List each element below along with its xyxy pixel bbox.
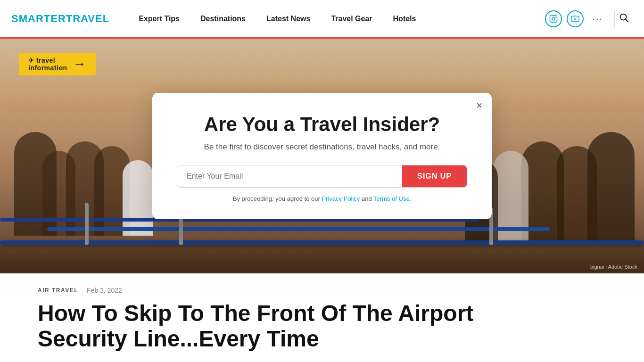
modal-close-button[interactable]: × <box>476 100 482 111</box>
youtube-icon[interactable] <box>567 10 584 27</box>
email-signup-row: SIGN UP <box>177 165 467 188</box>
modal-subtitle: Be the first to discover secret destinat… <box>177 142 467 152</box>
article-title-line1: How To Skip To The Front Of The Airport <box>38 301 473 326</box>
hero-section: ✈ travelinformation → bignai | Adobe Sto… <box>0 39 644 273</box>
email-input[interactable] <box>177 165 402 187</box>
privacy-policy-link[interactable]: Privacy Policy <box>322 195 360 202</box>
svg-marker-3 <box>575 17 577 20</box>
nav-latest-news[interactable]: Latest News <box>256 0 321 38</box>
logo-travel: TRAVEL <box>66 13 109 25</box>
svg-point-2 <box>555 16 556 17</box>
newsletter-modal: × Are You a Travel Insider? Be the first… <box>152 93 492 219</box>
and-word: and <box>362 195 372 202</box>
modal-footer: By proceeding, you agree to our Privacy … <box>177 195 467 202</box>
signup-button[interactable]: SIGN UP <box>402 165 467 187</box>
modal-backdrop: × Are You a Travel Insider? Be the first… <box>0 39 644 273</box>
site-header: SMARTERTRAVEL Expert Tips Destinations L… <box>0 0 644 39</box>
article-category[interactable]: AIR TRAVEL <box>38 287 78 294</box>
article-title: How To Skip To The Front Of The Airport … <box>0 294 519 352</box>
logo-smarter: SMARTER <box>11 13 66 25</box>
search-icon[interactable] <box>614 10 633 27</box>
header-icons: ··· <box>545 10 633 27</box>
nav-hotels[interactable]: Hotels <box>383 0 427 38</box>
svg-line-5 <box>626 19 628 22</box>
more-icon[interactable]: ··· <box>588 11 607 26</box>
instagram-icon[interactable] <box>545 10 562 27</box>
svg-point-1 <box>552 17 555 20</box>
main-nav: Expert Tips Destinations Latest News Tra… <box>128 0 545 38</box>
modal-title: Are You a Travel Insider? <box>177 114 467 135</box>
nav-travel-gear[interactable]: Travel Gear <box>321 0 382 38</box>
site-logo[interactable]: SMARTERTRAVEL <box>11 13 109 25</box>
article-date: Feb 3, 2022 <box>87 287 122 294</box>
article-meta: AIR TRAVEL Feb 3, 2022 <box>0 273 644 294</box>
svg-rect-0 <box>550 15 557 22</box>
article-title-line2: Security Line...Every Time <box>38 326 319 351</box>
footer-text: By proceeding, you agree to our <box>233 195 320 202</box>
nav-destinations[interactable]: Destinations <box>190 0 256 38</box>
nav-expert-tips[interactable]: Expert Tips <box>128 0 190 38</box>
article-section: AIR TRAVEL Feb 3, 2022 How To Skip To Th… <box>0 273 644 352</box>
terms-link[interactable]: Terms of Use. <box>373 195 411 202</box>
